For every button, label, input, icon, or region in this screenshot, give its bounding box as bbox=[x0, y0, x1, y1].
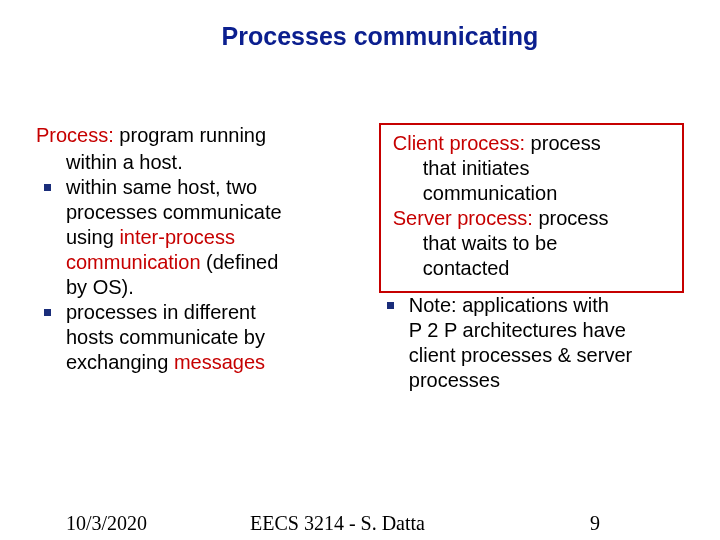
b2-l3-pre: exchanging bbox=[66, 351, 174, 373]
note-l3: client processes & server bbox=[409, 343, 684, 368]
note-bullet: Note: applications with P 2 P architectu… bbox=[379, 293, 684, 393]
definitions-box: Client process: process that initiates c… bbox=[379, 123, 684, 293]
ipc-term-1: inter-process bbox=[119, 226, 235, 248]
b1-l3-pre: using bbox=[66, 226, 119, 248]
process-def-line2: within a host. bbox=[66, 150, 371, 175]
process-term: Process: bbox=[36, 124, 114, 146]
client-line3: communication bbox=[423, 181, 672, 206]
note-bullets: Note: applications with P 2 P architectu… bbox=[379, 293, 684, 393]
process-definition: Process: program running bbox=[36, 123, 371, 148]
b1-line4: communication (defined bbox=[66, 250, 371, 275]
b2-line1: processes in different bbox=[66, 300, 371, 325]
server-line1: Server process: process bbox=[393, 206, 672, 231]
client-line2: that initiates bbox=[423, 156, 672, 181]
footer-date: 10/3/2020 bbox=[66, 512, 147, 535]
ipc-term-2: communication bbox=[66, 251, 201, 273]
client-term: Client process: bbox=[393, 132, 525, 154]
b2-line2: hosts communicate by bbox=[66, 325, 371, 350]
slide-title: Processes communicating bbox=[100, 22, 660, 51]
content-columns: Process: program running within a host. … bbox=[0, 123, 720, 393]
left-column: Process: program running within a host. … bbox=[36, 123, 371, 393]
bullet-2: processes in different hosts communicate… bbox=[36, 300, 371, 375]
note-l2: P 2 P architectures have bbox=[409, 318, 684, 343]
messages-term: messages bbox=[174, 351, 265, 373]
footer-page: 9 bbox=[590, 512, 600, 535]
right-column: Client process: process that initiates c… bbox=[379, 123, 684, 393]
b2-line3: exchanging messages bbox=[66, 350, 371, 375]
b1-line2: processes communicate bbox=[66, 200, 371, 225]
b1-line3: using inter-process bbox=[66, 225, 371, 250]
left-bullets: within same host, two processes communic… bbox=[36, 175, 371, 375]
note-l4: processes bbox=[409, 368, 684, 393]
b1-l4-post: (defined bbox=[201, 251, 279, 273]
process-def-text-1: program running bbox=[114, 124, 266, 146]
server-l1: process bbox=[533, 207, 609, 229]
server-term: Server process: bbox=[393, 207, 533, 229]
b1-line1: within same host, two bbox=[66, 175, 371, 200]
note-l1: Note: applications with bbox=[409, 293, 684, 318]
server-line2: that waits to be bbox=[423, 231, 672, 256]
server-line3: contacted bbox=[423, 256, 672, 281]
client-line1: Client process: process bbox=[393, 131, 672, 156]
b1-line5: by OS). bbox=[66, 275, 371, 300]
footer-course: EECS 3214 - S. Datta bbox=[250, 512, 425, 535]
bullet-1: within same host, two processes communic… bbox=[36, 175, 371, 300]
client-l1: process bbox=[525, 132, 601, 154]
